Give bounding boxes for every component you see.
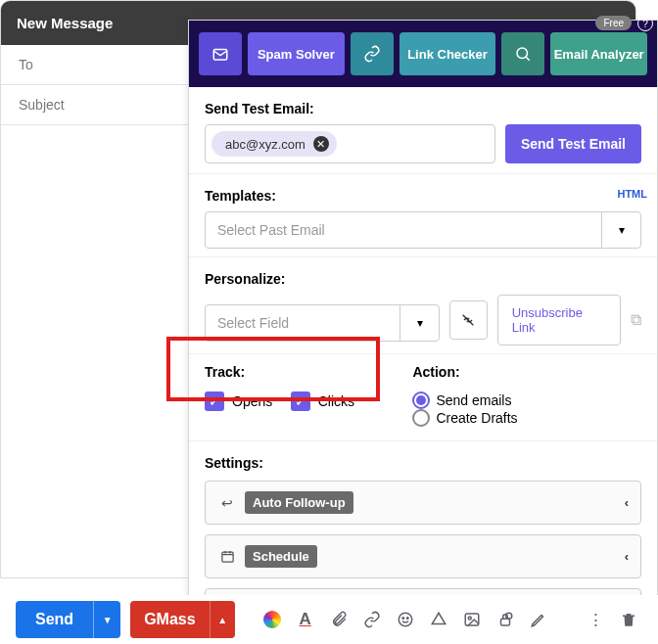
send-button[interactable]: Send ▼ <box>16 601 120 638</box>
schedule-accordion[interactable]: Schedule ‹ <box>205 534 641 578</box>
compose-footer: Send ▼ GMass ▲ A ⋮ <box>0 595 658 644</box>
auto-followup-accordion[interactable]: ↩ Auto Follow-up ‹ <box>205 481 641 525</box>
templates-placeholder: Select Past Email <box>206 212 601 248</box>
send-test-label: Send Test Email: <box>205 101 641 116</box>
image-icon[interactable] <box>458 606 486 633</box>
create-drafts-radio[interactable]: Create Drafts <box>412 409 517 427</box>
trash-icon[interactable] <box>615 606 642 633</box>
clicks-checkbox[interactable]: ✓ Clicks <box>291 391 354 411</box>
text-format-icon[interactable]: A <box>292 606 319 633</box>
html-link[interactable]: HTML <box>617 188 647 200</box>
radio-on-icon <box>412 391 430 409</box>
more-icon[interactable]: ⋮ <box>582 606 609 633</box>
svg-rect-2 <box>221 552 232 562</box>
chevron-left-icon: ‹ <box>625 549 629 564</box>
pen-icon[interactable] <box>525 606 552 633</box>
free-badge: Free <box>595 16 632 30</box>
attach-icon[interactable] <box>325 606 352 633</box>
chevron-left-icon: ‹ <box>625 495 629 510</box>
send-emails-radio[interactable]: Send emails <box>412 391 511 409</box>
templates-select[interactable]: Select Past Email ▾ <box>205 211 641 249</box>
unlink-icon[interactable] <box>449 300 488 340</box>
chevron-down-icon[interactable]: ▾ <box>601 212 640 248</box>
send-test-button[interactable]: Send Test Email <box>505 124 641 163</box>
reply-icon: ↩ <box>217 495 237 511</box>
email-chip[interactable]: abc@xyz.com ✕ <box>212 131 337 157</box>
chevron-down-icon[interactable]: ▾ <box>400 305 439 341</box>
unsubscribe-button[interactable]: Unsubscribe Link <box>497 295 621 345</box>
drive-icon[interactable] <box>425 606 452 633</box>
opens-label: Opens <box>232 393 272 409</box>
send-dropdown-icon[interactable]: ▼ <box>93 601 120 638</box>
send-emails-label: Send emails <box>436 392 511 408</box>
svg-rect-9 <box>500 619 509 625</box>
personalize-label: Personalize: <box>205 271 641 287</box>
opens-checkbox[interactable]: ✓ Opens <box>205 391 272 411</box>
auto-followup-label: Auto Follow-up <box>245 491 353 514</box>
help-icon[interactable]: ? <box>637 16 653 31</box>
tab-email-analyzer[interactable]: Email Analyzer <box>550 32 647 75</box>
svg-point-8 <box>468 617 471 620</box>
svg-point-6 <box>406 618 408 620</box>
tab-link-checker[interactable]: Link Checker <box>400 32 496 75</box>
test-email-input[interactable]: abc@xyz.com ✕ <box>205 124 495 163</box>
check-icon: ✓ <box>291 391 310 411</box>
settings-label: Settings: <box>205 455 641 471</box>
gmass-button[interactable]: GMass ▲ <box>130 601 234 638</box>
svg-rect-7 <box>465 614 479 625</box>
personalize-placeholder: Select Field <box>206 305 400 341</box>
action-label: Action: <box>412 364 641 380</box>
emoji-icon[interactable] <box>392 606 419 633</box>
analyzer-icon[interactable] <box>501 32 544 75</box>
confidential-icon[interactable] <box>492 606 519 633</box>
format-color-icon[interactable] <box>258 606 286 633</box>
create-drafts-label: Create Drafts <box>436 410 517 426</box>
tab-spam-solver[interactable]: Spam Solver <box>248 32 345 75</box>
schedule-label: Schedule <box>245 545 317 568</box>
gmass-panel: Free ? Spam Solver Link Checker Email An… <box>188 20 658 641</box>
clicks-label: Clicks <box>318 393 354 409</box>
calendar-icon <box>217 549 237 564</box>
spam-icon[interactable] <box>199 32 242 75</box>
link-insert-icon[interactable] <box>358 606 386 633</box>
templates-label: Templates: <box>205 188 641 204</box>
personalize-select[interactable]: Select Field ▾ <box>205 304 440 342</box>
check-icon: ✓ <box>205 391 224 411</box>
link-icon[interactable] <box>351 32 394 75</box>
radio-off-icon <box>412 409 430 427</box>
email-chip-text: abc@xyz.com <box>225 137 306 152</box>
panel-toolbar: Free ? Spam Solver Link Checker Email An… <box>189 21 657 87</box>
close-icon[interactable]: ✕ <box>313 136 329 152</box>
svg-point-1 <box>517 48 528 59</box>
svg-point-4 <box>399 613 412 626</box>
svg-point-5 <box>402 618 404 620</box>
copy-icon[interactable]: ⧉ <box>631 311 641 329</box>
track-label: Track: <box>205 364 385 380</box>
gmass-label: GMass <box>130 601 209 638</box>
gmass-dropdown-icon[interactable]: ▲ <box>210 601 235 638</box>
send-label: Send <box>16 601 93 638</box>
